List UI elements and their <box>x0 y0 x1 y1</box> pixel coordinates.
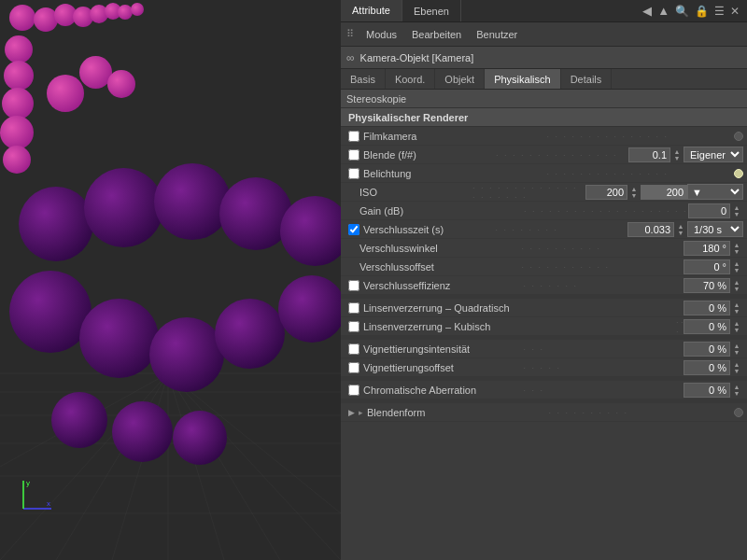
prop-verschlussoffset: Verschlussoffset · · · · · · · · · · · ▲… <box>341 258 747 276</box>
verschlusszeit-up[interactable]: ▲ <box>676 223 685 230</box>
gain-input[interactable] <box>688 203 730 218</box>
linsverzkub-input[interactable] <box>684 319 730 334</box>
svg-text:x: x <box>47 499 50 508</box>
sphere <box>51 392 107 448</box>
blende-dropdown[interactable]: Eigener <box>684 147 743 162</box>
tab-physikalisch[interactable]: Physikalisch <box>485 69 561 89</box>
tab-objekt[interactable]: Objekt <box>435 69 485 89</box>
sphere <box>2 88 34 119</box>
prop-iso: ISO · · · · · · · · · · · · · · · · · · … <box>341 183 747 202</box>
verschlusswinkel-down[interactable]: ▼ <box>732 248 741 255</box>
close-icon[interactable]: ✕ <box>730 5 740 18</box>
tab-ebenen[interactable]: Ebenen <box>402 0 461 21</box>
verschlussoffset-label: Verschlussoffset <box>359 261 522 273</box>
linsverzquad-input[interactable] <box>684 301 730 315</box>
verschlussoffset-up[interactable]: ▲ <box>732 260 741 267</box>
vignoffset-input[interactable] <box>684 360 730 375</box>
sphere <box>131 3 144 16</box>
tab-details[interactable]: Details <box>561 69 613 89</box>
linsverzkub-up[interactable]: ▲ <box>732 320 741 327</box>
linsverzquad-checkbox[interactable] <box>348 302 359 314</box>
belichtung-checkbox[interactable] <box>348 168 359 179</box>
arrow-left-icon[interactable]: ◀ <box>642 4 652 18</box>
svg-line-10 <box>168 373 224 560</box>
modus-btn[interactable]: Modus <box>362 27 401 42</box>
blendenform-label: Blendenform <box>367 407 549 418</box>
verschlusszeit-input[interactable] <box>627 222 674 237</box>
search-icon[interactable]: 🔍 <box>675 5 689 18</box>
iso-input2[interactable] <box>641 185 687 200</box>
arrow-up-icon[interactable]: ▲ <box>657 4 669 18</box>
prop-linsverzquad: Linsenverzerrung – Quadratisch ▲ ▼ <box>341 299 747 317</box>
linsverzquad-up[interactable]: ▲ <box>732 301 741 308</box>
prop-linsverzkub: Linsenverzerrung – Kubisch · · · ▲ ▼ <box>341 317 747 336</box>
benutzer-btn[interactable]: Benutzer <box>472 27 521 42</box>
vignoffset-down[interactable]: ▼ <box>732 368 741 374</box>
sphere <box>112 401 173 462</box>
blende-input[interactable] <box>628 147 670 162</box>
blende-up[interactable]: ▲ <box>672 148 682 155</box>
dots-icon: ⠿ <box>346 28 355 40</box>
linsverzquad-down[interactable]: ▼ <box>732 308 741 315</box>
viewport-3d[interactable]: x y <box>0 0 341 560</box>
prop-vignint: Vignettierungsintensität · · · ▲ ▼ <box>341 340 747 358</box>
section-title: Physikalischer Renderer <box>348 112 468 123</box>
blendenform-led[interactable] <box>734 408 743 417</box>
blendenform-arrow[interactable]: ▸ <box>359 408 363 417</box>
verschlusszeit-dropdown[interactable]: 1/30 s <box>687 221 743 237</box>
section-header: Physikalischer Renderer <box>341 108 747 127</box>
verschlussoffset-input[interactable] <box>684 259 730 274</box>
top-tab-bar: Attribute Ebenen ◀ ▲ 🔍 🔒 ☰ ✕ <box>341 0 747 22</box>
sphere <box>5 35 33 63</box>
chraberr-up[interactable]: ▲ <box>732 384 741 390</box>
tab-koord[interactable]: Koord. <box>386 69 435 89</box>
vignint-label: Vignettierungsintensität <box>363 343 524 355</box>
verschlusszeit-down[interactable]: ▼ <box>676 230 685 236</box>
gain-up[interactable]: ▲ <box>732 204 741 211</box>
verschlussoffset-down[interactable]: ▼ <box>732 267 741 273</box>
vignint-checkbox[interactable] <box>348 343 359 355</box>
blende-down[interactable]: ▼ <box>672 155 682 161</box>
prop-verschlusszeit: Verschlusszeit (s) · · · · · · · · ▲ ▼ 1… <box>341 220 747 239</box>
blendenform-triangle[interactable]: ▶ <box>348 408 355 417</box>
iso-up[interactable]: ▲ <box>629 186 639 192</box>
linsverzkub-checkbox[interactable] <box>348 321 359 332</box>
sphere <box>149 317 224 392</box>
iso-dropdown[interactable]: ▼ <box>687 184 743 200</box>
more-icon[interactable]: ☰ <box>714 5 725 18</box>
verschlusseffizienz-input[interactable] <box>684 278 730 293</box>
iso-down[interactable]: ▼ <box>629 192 639 199</box>
belichtung-led[interactable] <box>734 169 743 178</box>
verschlusswinkel-up[interactable]: ▲ <box>732 242 741 248</box>
blende-checkbox[interactable] <box>348 149 359 161</box>
vignoffset-checkbox[interactable] <box>348 362 359 373</box>
sphere <box>84 168 163 247</box>
sphere <box>215 299 285 369</box>
verschlusswinkel-input[interactable] <box>684 241 730 256</box>
bearbeiten-btn[interactable]: Bearbeiten <box>408 27 465 42</box>
chraberr-down[interactable]: ▼ <box>732 390 741 397</box>
gain-label: Gain (dB) <box>359 205 524 217</box>
sphere <box>280 196 341 266</box>
linsverzkub-down[interactable]: ▼ <box>732 327 741 333</box>
verschlusseffizienz-down[interactable]: ▼ <box>732 286 741 292</box>
chraberr-input[interactable] <box>684 383 730 398</box>
verschlusseffizienz-checkbox[interactable] <box>348 280 359 291</box>
tab-attribute[interactable]: Attribute <box>341 0 402 21</box>
lock-icon[interactable]: 🔒 <box>695 5 709 18</box>
vignoffset-up[interactable]: ▲ <box>732 361 741 368</box>
filmkamera-led[interactable] <box>734 132 743 141</box>
gain-down[interactable]: ▼ <box>732 211 741 217</box>
chraberr-checkbox[interactable] <box>348 385 359 396</box>
filmkamera-checkbox[interactable] <box>348 131 359 142</box>
sphere <box>107 70 135 98</box>
vignint-input[interactable] <box>684 342 730 357</box>
object-title: Kamera-Objekt [Kamera] <box>360 52 474 63</box>
verschlusseffizienz-up[interactable]: ▲ <box>732 279 741 286</box>
verschlusszeit-checkbox[interactable] <box>348 224 359 235</box>
iso-input1[interactable] <box>585 185 627 200</box>
tab-basis[interactable]: Basis <box>341 69 386 89</box>
belichtung-label: Belichtung <box>363 168 547 179</box>
vignint-up[interactable]: ▲ <box>732 343 741 349</box>
vignint-down[interactable]: ▼ <box>732 349 741 356</box>
